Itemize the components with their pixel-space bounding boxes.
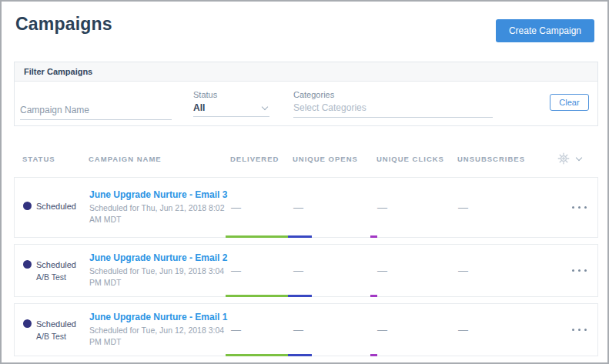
campaigns-table: Scheduled June Upgrade Nurture - Email 3…	[14, 177, 598, 362]
status-filter-select[interactable]: All	[193, 102, 269, 117]
column-header-delivered: Delivered	[230, 155, 293, 163]
status-label: Scheduled	[36, 202, 76, 211]
delivered-value: —	[231, 265, 293, 276]
campaign-name-input[interactable]	[20, 105, 172, 120]
status-cell: Scheduled A/B Test	[15, 260, 89, 282]
status-label: Scheduled	[36, 260, 76, 269]
campaign-name-cell: June Upgrade Nurture - Email 3 Scheduled…	[89, 178, 231, 225]
filter-body: Status All Categories Clear	[15, 82, 597, 125]
unique-clicks-value: —	[377, 324, 458, 336]
table-settings-button[interactable]	[557, 152, 601, 165]
column-header-unique-opens: Unique Opens	[293, 155, 376, 163]
unique-clicks-value: —	[377, 202, 458, 213]
status-label: Scheduled	[36, 319, 76, 329]
campaign-name-link[interactable]: June Upgrade Nurture - Email 3	[89, 189, 227, 200]
table-row: Scheduled A/B Test June Upgrade Nurture …	[14, 244, 598, 297]
unsubscribes-value: —	[458, 265, 558, 276]
clear-filters-button[interactable]: Clear	[550, 94, 589, 111]
filter-panel: Filter Campaigns Status All Categories C…	[14, 62, 598, 126]
column-header-unique-clicks: Unique Clicks	[376, 155, 457, 163]
scheduled-status-dot-icon	[23, 319, 32, 328]
row-actions-menu-button[interactable]	[571, 326, 588, 334]
opens-bar	[288, 235, 312, 238]
chevron-down-icon	[262, 103, 268, 109]
clicks-bar	[370, 354, 377, 356]
clicks-bar	[370, 235, 377, 238]
status-cell: Scheduled A/B Test	[15, 319, 89, 341]
chevron-down-icon	[576, 154, 582, 160]
campaign-name-link[interactable]: June Upgrade Nurture - Email 1	[89, 312, 227, 322]
campaign-schedule-text: Scheduled for Thu, Jun 21, 2018 8:02 AM …	[89, 202, 233, 225]
delivered-bar	[226, 354, 288, 356]
unsubscribes-value: —	[458, 324, 558, 336]
clicks-bar	[370, 295, 377, 297]
gear-icon	[557, 152, 570, 165]
categories-input[interactable]	[293, 102, 493, 118]
unique-clicks-value: —	[377, 265, 458, 276]
scheduled-status-dot-icon	[23, 260, 32, 269]
ab-test-label: A/B Test	[36, 332, 89, 341]
filter-panel-title: Filter Campaigns	[15, 62, 597, 82]
page-title: Campaigns	[15, 14, 112, 35]
campaign-name-cell: June Upgrade Nurture - Email 2 Scheduled…	[89, 245, 231, 289]
column-header-campaign-name: Campaign Name	[89, 155, 230, 163]
campaign-schedule-text: Scheduled for Tue, Jun 12, 2018 3:04 PM …	[89, 325, 233, 348]
table-row: Scheduled A/B Test June Upgrade Nurture …	[14, 303, 598, 356]
table-header: Status Campaign Name Delivered Unique Op…	[14, 151, 598, 166]
unique-opens-value: —	[293, 202, 377, 213]
table-row: Scheduled June Upgrade Nurture - Email 3…	[14, 177, 598, 238]
campaign-name-cell: June Upgrade Nurture - Email 1 Scheduled…	[89, 304, 231, 348]
opens-bar	[288, 354, 312, 356]
create-campaign-button[interactable]: Create Campaign	[496, 19, 594, 42]
delivered-bar	[226, 235, 288, 238]
ab-test-label: A/B Test	[36, 272, 89, 282]
unsubscribes-value: —	[458, 202, 558, 213]
delivered-value: —	[231, 202, 293, 213]
row-actions-menu-button[interactable]	[571, 203, 588, 212]
unique-opens-value: —	[293, 324, 377, 336]
column-header-unsubscribes: Unsubscribes	[457, 155, 557, 163]
campaign-name-link[interactable]: June Upgrade Nurture - Email 2	[89, 252, 227, 263]
campaign-schedule-text: Scheduled for Tue, Jun 19, 2018 3:04 PM …	[89, 265, 233, 289]
status-filter-label: Status	[193, 90, 269, 99]
status-filter-value: All	[193, 102, 205, 113]
categories-filter-label: Categories	[293, 90, 493, 99]
status-cell: Scheduled	[15, 202, 89, 214]
delivered-value: —	[231, 324, 293, 336]
row-actions-menu-button[interactable]	[571, 266, 588, 275]
unique-opens-value: —	[293, 265, 377, 276]
delivered-bar	[226, 295, 288, 297]
opens-bar	[288, 295, 312, 297]
campaigns-page: Campaigns Create Campaign Filter Campaig…	[0, 0, 609, 364]
scheduled-status-dot-icon	[23, 202, 32, 210]
column-header-status: Status	[14, 155, 89, 163]
